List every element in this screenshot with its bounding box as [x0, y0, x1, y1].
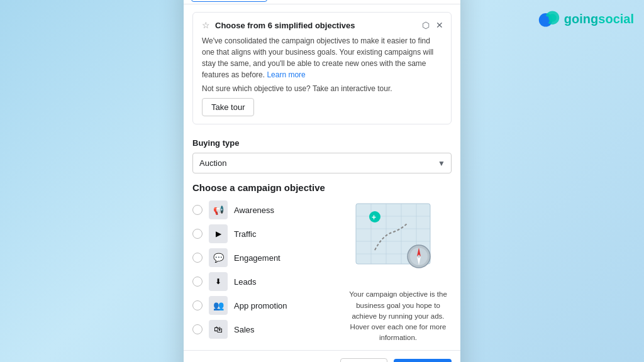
objective-app-promotion-label: App promotion	[234, 301, 287, 310]
objective-list-container: Choose a campaign objective 📢 Awareness …	[192, 182, 345, 343]
modal-footer: Learn more Cancel Continue	[184, 350, 460, 362]
logo: goingsocial	[538, 8, 634, 30]
illustration-description: Your campaign objective is the business …	[345, 289, 452, 343]
info-banner-body-text: We've consolidated the campaign objectiv…	[202, 36, 433, 79]
objective-sales-radio[interactable]	[192, 324, 203, 334]
take-tour-button[interactable]: Take tour	[202, 98, 254, 116]
info-banner-title: Choose from 6 simplified objectives	[215, 21, 355, 30]
objective-traffic-label: Traffic	[234, 229, 256, 239]
objective-engagement-label: Engagement	[234, 253, 280, 263]
modal-header: New campaign New ad set or ad ×	[184, 0, 460, 4]
tab-new-campaign[interactable]: New campaign	[191, 0, 267, 2]
cancel-button[interactable]: Cancel	[340, 358, 387, 362]
svg-text:+: +	[372, 213, 376, 222]
info-close-button[interactable]: ✕	[435, 19, 445, 31]
buying-type-label: Buying type	[192, 138, 452, 148]
buying-type-select-wrapper: Auction Reach and frequency TRP buying ▼	[192, 153, 452, 173]
info-share-button[interactable]: ⬡	[421, 19, 431, 31]
buying-type-select[interactable]: Auction Reach and frequency TRP buying	[192, 153, 452, 173]
objective-section: Choose a campaign objective 📢 Awareness …	[184, 176, 460, 349]
traffic-icon: ▶	[209, 224, 228, 243]
info-banner: ☆ Choose from 6 simplified objectives ⬡ …	[192, 12, 452, 124]
objective-engagement-radio[interactable]	[192, 253, 203, 263]
info-banner-subtext: Not sure which objective to use? Take an…	[202, 84, 442, 93]
map-svg: +	[351, 201, 439, 277]
logo-text: goingsocial	[564, 12, 634, 26]
campaign-modal: New campaign New ad set or ad × ☆ Choose…	[184, 0, 460, 362]
logo-icon	[538, 8, 560, 30]
objective-app-promotion-radio[interactable]	[192, 300, 203, 310]
svg-point-2	[541, 16, 550, 25]
info-learn-more-link[interactable]: Learn more	[267, 70, 305, 79]
objective-leads[interactable]: ⬇ Leads	[192, 272, 345, 291]
logo-teal: social	[598, 12, 634, 26]
objective-awareness[interactable]: 📢 Awareness	[192, 200, 345, 219]
objective-engagement[interactable]: 💬 Engagement	[192, 248, 345, 267]
sales-icon: 🛍	[209, 320, 228, 339]
modal-body: ☆ Choose from 6 simplified objectives ⬡ …	[184, 4, 460, 349]
continue-button[interactable]: Continue	[394, 359, 452, 362]
campaign-illustration: +	[351, 201, 445, 283]
objective-sales[interactable]: 🛍 Sales	[192, 320, 345, 339]
info-banner-header: ☆ Choose from 6 simplified objectives	[202, 20, 442, 30]
objective-sales-label: Sales	[234, 325, 255, 334]
objective-traffic-radio[interactable]	[192, 229, 203, 239]
engagement-icon: 💬	[209, 248, 228, 267]
objective-awareness-label: Awareness	[234, 206, 274, 215]
objective-section-title: Choose a campaign objective	[192, 182, 345, 193]
objective-app-promotion[interactable]: 👥 App promotion	[192, 296, 345, 315]
objective-traffic[interactable]: ▶ Traffic	[192, 224, 345, 243]
logo-black: going	[564, 12, 598, 26]
objective-leads-label: Leads	[234, 277, 256, 287]
app-promotion-icon: 👥	[209, 296, 228, 315]
leads-icon: ⬇	[209, 272, 228, 291]
info-banner-actions: ⬡ ✕	[421, 19, 445, 31]
objective-leads-radio[interactable]	[192, 277, 203, 287]
info-banner-body: We've consolidated the campaign objectiv…	[202, 35, 442, 80]
objective-list: 📢 Awareness ▶ Traffic 💬 Engagement	[192, 200, 345, 339]
awareness-icon: 📢	[209, 200, 228, 219]
star-icon: ☆	[202, 20, 210, 30]
buying-type-section: Buying type Auction Reach and frequency …	[184, 132, 460, 176]
tab-ad-set: New ad set or ad	[272, 0, 435, 1]
footer-actions: Cancel Continue	[340, 358, 452, 362]
objective-awareness-radio[interactable]	[192, 205, 203, 215]
svg-point-3	[548, 14, 557, 22]
illustration-panel: + Your campaign objective is the busines…	[345, 182, 452, 343]
